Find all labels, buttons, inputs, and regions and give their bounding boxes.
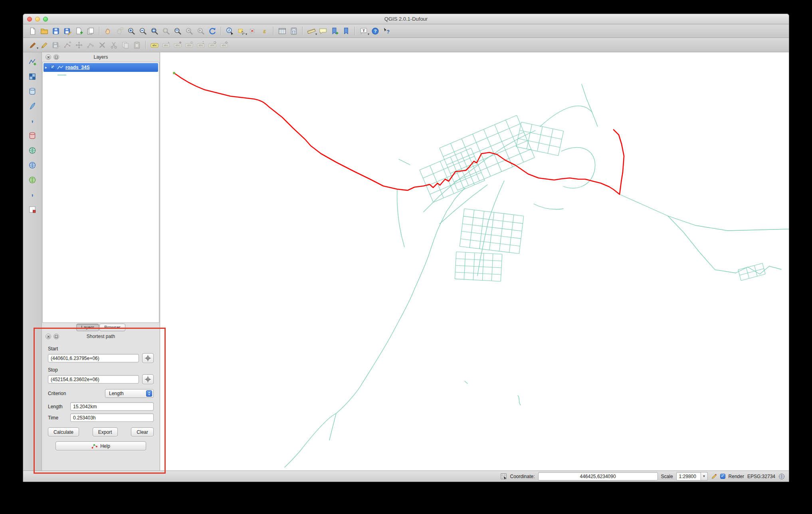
new-shapefile-layer-button[interactable] bbox=[26, 204, 38, 215]
select-features-dropdown-icon[interactable]: ▾ bbox=[246, 33, 247, 36]
pen-icon[interactable] bbox=[711, 473, 717, 479]
add-raster-layer-button[interactable] bbox=[26, 71, 38, 83]
deselect-all-button[interactable] bbox=[248, 26, 258, 36]
move-label-button[interactable]: abc bbox=[195, 40, 206, 50]
export-button[interactable]: Export bbox=[93, 427, 118, 437]
save-project-button[interactable] bbox=[50, 26, 61, 36]
text-annotation-button[interactable]: T▾ bbox=[358, 26, 369, 36]
layer-visibility-checkbox[interactable] bbox=[50, 65, 55, 70]
layer-name[interactable]: roads_34S bbox=[65, 65, 90, 70]
whats-this-button[interactable]: ? bbox=[381, 26, 392, 36]
cut-features-button[interactable] bbox=[108, 40, 119, 50]
scale-input[interactable] bbox=[676, 472, 701, 480]
highlight-pinned-labels-button[interactable]: abc bbox=[172, 40, 183, 50]
clear-button[interactable]: Clear bbox=[131, 427, 154, 437]
composer-manager-button[interactable] bbox=[85, 26, 96, 36]
node-tool-button[interactable] bbox=[85, 40, 96, 50]
minimize-window-button[interactable] bbox=[35, 17, 40, 22]
measure-line-icon bbox=[307, 27, 316, 36]
crs-status-icon[interactable] bbox=[778, 473, 785, 480]
zoom-last-button[interactable] bbox=[184, 26, 194, 36]
title-bar[interactable]: QGIS 2.0.1-Dufour bbox=[23, 14, 789, 24]
scale-combo[interactable]: ▼ bbox=[676, 472, 708, 480]
measure-line-dropdown-icon[interactable]: ▾ bbox=[315, 33, 317, 36]
map-canvas[interactable] bbox=[160, 52, 789, 471]
stop-capture-button[interactable] bbox=[142, 374, 154, 384]
zoom-to-selection-button[interactable] bbox=[160, 26, 171, 36]
start-input[interactable] bbox=[48, 354, 139, 362]
labeling-options-button[interactable]: abc bbox=[149, 40, 160, 50]
add-vector-layer-button[interactable] bbox=[26, 56, 38, 68]
layer-row-roads[interactable]: ▸ roads_34S bbox=[44, 63, 158, 72]
add-postgis-layer-button[interactable] bbox=[26, 85, 38, 97]
zoom-full-extent-button[interactable] bbox=[149, 26, 160, 36]
zoom-to-layer-button[interactable] bbox=[172, 26, 183, 36]
toolbar-separator bbox=[145, 41, 146, 49]
add-wms-layer-button[interactable] bbox=[26, 144, 38, 156]
zoom-out-button[interactable] bbox=[137, 26, 148, 36]
identify-features-button[interactable]: i bbox=[224, 26, 235, 36]
add-spatialite-layer-button[interactable] bbox=[26, 100, 38, 112]
calculate-button[interactable]: Calculate bbox=[48, 427, 79, 437]
close-window-button[interactable] bbox=[27, 17, 32, 22]
new-project-button[interactable] bbox=[27, 26, 38, 36]
new-print-composer-button[interactable] bbox=[73, 26, 84, 36]
zoom-in-button[interactable] bbox=[126, 26, 137, 36]
new-bookmark-button[interactable] bbox=[329, 26, 340, 36]
rotate-label-button[interactable]: abc bbox=[207, 40, 218, 50]
add-wcs-layer-button[interactable] bbox=[26, 159, 38, 171]
open-attribute-table-button[interactable] bbox=[277, 26, 287, 36]
coordinate-input[interactable] bbox=[538, 472, 658, 480]
layers-tree[interactable]: ▸ roads_34S bbox=[42, 62, 159, 323]
digitizing-toolbar: ▾abcabcabcabcabcabcabc bbox=[23, 38, 789, 52]
paste-features-button[interactable] bbox=[131, 40, 142, 50]
tab-browser[interactable]: Browser bbox=[99, 324, 125, 331]
select-by-expression-button[interactable]: ε bbox=[259, 26, 270, 36]
add-mssql-layer-button[interactable]: , bbox=[26, 115, 38, 127]
scale-dropdown-icon[interactable]: ▼ bbox=[701, 472, 708, 480]
save-project-as-button[interactable] bbox=[62, 26, 73, 36]
select-features-button[interactable]: ▾ bbox=[236, 26, 247, 36]
tab-layers[interactable]: Layers bbox=[76, 324, 99, 331]
shortest-path-float-button[interactable] bbox=[53, 334, 59, 339]
add-delimited-text-layer-button[interactable]: , bbox=[26, 189, 38, 201]
show-hide-labels-button[interactable]: abc bbox=[184, 40, 194, 50]
text-annotation-dropdown-icon[interactable]: ▾ bbox=[368, 33, 369, 36]
zoom-window-button[interactable] bbox=[43, 17, 48, 22]
map-tips-button[interactable] bbox=[317, 26, 328, 36]
field-calculator-button[interactable] bbox=[288, 26, 299, 36]
delete-selected-button[interactable] bbox=[97, 40, 107, 50]
current-edits-dropdown-icon[interactable]: ▾ bbox=[37, 47, 38, 50]
pin-labels-button[interactable]: abc bbox=[160, 40, 171, 50]
render-checkbox[interactable] bbox=[720, 474, 725, 479]
refresh-map-button[interactable] bbox=[207, 26, 218, 36]
open-project-button[interactable] bbox=[39, 26, 50, 36]
measure-line-button[interactable]: ▾ bbox=[306, 26, 317, 36]
add-oracle-layer-button[interactable] bbox=[26, 130, 38, 142]
pan-to-selection-button[interactable] bbox=[114, 26, 125, 36]
save-layer-edits-button[interactable] bbox=[50, 40, 61, 50]
copy-features-button[interactable] bbox=[120, 40, 131, 50]
layer-expand-arrow[interactable]: ▸ bbox=[45, 65, 48, 69]
layers-panel-close-button[interactable] bbox=[46, 54, 51, 60]
help-button[interactable]: Help bbox=[55, 441, 147, 451]
shortest-path-close-button[interactable] bbox=[46, 334, 51, 339]
change-label-properties-button[interactable]: abc bbox=[218, 40, 229, 50]
coordinate-capture-icon[interactable] bbox=[501, 473, 507, 480]
current-edits-button[interactable]: ▾ bbox=[27, 40, 38, 50]
add-feature-button[interactable] bbox=[62, 40, 73, 50]
rotate-label-icon: abc bbox=[208, 41, 217, 49]
zoom-next-button[interactable] bbox=[195, 26, 206, 36]
layers-panel-float-button[interactable] bbox=[53, 54, 59, 60]
move-feature-button[interactable] bbox=[73, 40, 84, 50]
toggle-editing-button[interactable] bbox=[39, 40, 50, 50]
criterion-select[interactable]: Length ▲▼ bbox=[105, 389, 154, 398]
stop-input[interactable] bbox=[48, 375, 139, 384]
show-bookmarks-button[interactable] bbox=[341, 26, 351, 36]
add-wfs-layer-button[interactable] bbox=[26, 174, 38, 186]
help-contents-button[interactable]: ? bbox=[370, 26, 380, 36]
length-output[interactable] bbox=[70, 402, 154, 411]
pan-map-button[interactable] bbox=[103, 26, 113, 36]
start-capture-button[interactable] bbox=[142, 353, 154, 363]
time-output[interactable] bbox=[70, 413, 154, 422]
